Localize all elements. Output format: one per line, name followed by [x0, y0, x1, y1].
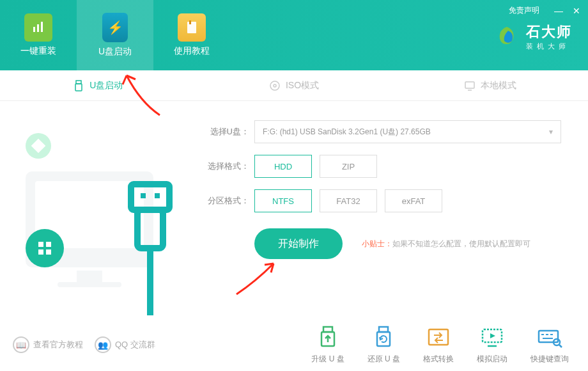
- svg-rect-19: [46, 242, 51, 247]
- nav-label: U盘启动: [98, 46, 132, 58]
- svg-rect-34: [539, 331, 558, 342]
- format-option-zip[interactable]: ZIP: [320, 155, 377, 178]
- tool-label: 模拟启动: [477, 354, 507, 365]
- nav-usb-boot[interactable]: U盘启动: [77, 0, 153, 70]
- tool-upgrade-usb[interactable]: 升级 U 盘: [311, 326, 344, 365]
- svg-rect-18: [38, 242, 43, 247]
- nav-label: 一键重装: [20, 45, 56, 57]
- tool-hotkey-lookup[interactable]: 快捷键查询: [530, 326, 569, 365]
- book-open-icon: 📖: [13, 336, 29, 353]
- partition-label: 分区格式：: [205, 195, 249, 207]
- convert-icon: [425, 326, 452, 350]
- usb-up-icon: [314, 326, 341, 350]
- brand-logo-icon: [494, 24, 520, 50]
- partition-option-fat32[interactable]: FAT32: [320, 189, 377, 212]
- svg-rect-6: [75, 84, 82, 91]
- mode-tab-usb[interactable]: U盘启动: [0, 70, 196, 100]
- brand-subtitle: 装机大师: [526, 42, 572, 51]
- svg-rect-30: [377, 332, 390, 346]
- disclaimer-link[interactable]: 免责声明: [509, 5, 539, 16]
- qq-group-link[interactable]: 👥 QQ 交流群: [95, 336, 155, 353]
- form-area: 选择U盘： F:G: (hd1) USB SanDisk 3.2Gen1 (U盘…: [198, 101, 588, 319]
- mode-label: 本地模式: [481, 80, 516, 91]
- partition-option-ntfs[interactable]: NTFS: [254, 189, 312, 212]
- monitor-icon: [464, 80, 476, 91]
- tool-label: 还原 U 盘: [368, 354, 400, 365]
- tool-label: 升级 U 盘: [311, 354, 344, 365]
- svg-rect-0: [33, 27, 35, 32]
- svg-point-7: [270, 81, 279, 90]
- official-tutorial-link[interactable]: 📖 查看官方教程: [13, 336, 83, 353]
- start-button[interactable]: 开始制作: [254, 228, 343, 259]
- tool-restore-usb[interactable]: 还原 U 盘: [368, 326, 400, 365]
- window-controls: 免责声明 — ✕: [509, 5, 582, 16]
- svg-point-17: [26, 229, 64, 267]
- mode-tabs: U盘启动 ISO模式 本地模式: [0, 70, 588, 101]
- tool-label: 快捷键查询: [530, 354, 569, 365]
- svg-point-8: [274, 84, 276, 87]
- tool-format-convert[interactable]: 格式转换: [423, 326, 454, 365]
- illustration: [0, 101, 198, 319]
- tip: 小贴士：如果不知道怎么配置，使用默认配置即可: [362, 239, 530, 249]
- mode-tab-iso[interactable]: ISO模式: [196, 70, 392, 100]
- usb-refresh-icon: [370, 326, 397, 350]
- footer: 📖 查看官方教程 👥 QQ 交流群 升级 U 盘 还原 U 盘 格式转换 模拟启…: [0, 319, 588, 371]
- header: 一键重装 U盘启动 使用教程 免责声明 — ✕ 石大师 装机大师: [0, 0, 588, 70]
- bar-chart-icon: [24, 13, 52, 42]
- footer-link-label: 查看官方教程: [33, 339, 83, 351]
- mode-label: ISO模式: [286, 80, 319, 91]
- format-label: 选择格式：: [205, 161, 249, 172]
- usb-icon: [73, 80, 84, 91]
- mode-label: U盘启动: [89, 80, 123, 91]
- tool-simulate-boot[interactable]: 模拟启动: [477, 326, 507, 365]
- tip-label: 小贴士：: [362, 239, 392, 248]
- usb-select[interactable]: F:G: (hd1) USB SanDisk 3.2Gen1 (U盘) 27.6…: [254, 120, 561, 143]
- svg-rect-16: [58, 282, 121, 287]
- mode-tab-local[interactable]: 本地模式: [392, 70, 588, 100]
- chevron-down-icon: ▾: [549, 127, 553, 136]
- footer-link-label: QQ 交流群: [115, 339, 155, 351]
- svg-rect-2: [41, 22, 43, 32]
- main-content: 选择U盘： F:G: (hd1) USB SanDisk 3.2Gen1 (U盘…: [0, 101, 588, 319]
- svg-rect-4: [189, 20, 191, 24]
- nav-tutorial[interactable]: 使用教程: [153, 0, 230, 70]
- usb-select-value: F:G: (hd1) USB SanDisk 3.2Gen1 (U盘) 27.6…: [263, 127, 431, 138]
- tool-label: 格式转换: [423, 354, 454, 365]
- partition-option-exfat[interactable]: exFAT: [385, 189, 442, 212]
- monitor-play-icon: [479, 326, 506, 350]
- nav-tabs: 一键重装 U盘启动 使用教程: [0, 0, 230, 70]
- people-icon: 👥: [95, 336, 111, 353]
- nav-reinstall[interactable]: 一键重装: [0, 0, 77, 70]
- svg-rect-3: [187, 22, 196, 33]
- svg-rect-20: [38, 249, 43, 255]
- svg-line-40: [559, 345, 562, 347]
- svg-rect-1: [37, 24, 39, 32]
- usb-select-label: 选择U盘：: [205, 126, 249, 138]
- footer-tools: 升级 U 盘 还原 U 盘 格式转换 模拟启动 快捷键查询: [311, 326, 569, 365]
- nav-label: 使用教程: [174, 45, 210, 57]
- keyboard-search-icon: [536, 326, 563, 350]
- svg-rect-31: [429, 329, 448, 345]
- svg-rect-15: [77, 271, 102, 282]
- brand: 石大师 装机大师: [494, 22, 572, 51]
- brand-title: 石大师: [526, 22, 572, 42]
- svg-rect-21: [46, 249, 51, 255]
- minimize-button[interactable]: —: [553, 6, 564, 16]
- close-button[interactable]: ✕: [571, 6, 582, 16]
- shield-lightning-icon: [102, 13, 128, 42]
- svg-rect-9: [465, 82, 474, 88]
- tip-text: 如果不知道怎么配置，使用默认配置即可: [392, 239, 530, 248]
- disc-icon: [269, 80, 281, 91]
- format-option-hdd[interactable]: HDD: [254, 155, 312, 178]
- book-icon: [178, 13, 206, 42]
